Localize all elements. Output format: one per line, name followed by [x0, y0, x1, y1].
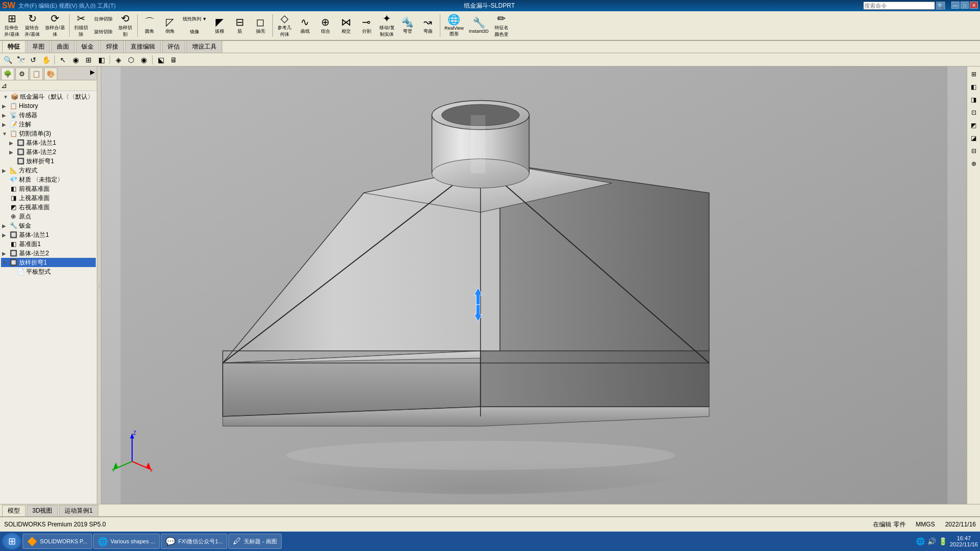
config-tab[interactable]: 📋: [30, 68, 43, 80]
view-orient-button[interactable]: ⊞: [83, 54, 94, 65]
panel-expand-arrow[interactable]: ▶: [89, 68, 96, 80]
tree-item-top-plane[interactable]: ◨ 上视基准面: [1, 193, 96, 203]
sketch-snap-button[interactable]: ◉: [70, 54, 81, 65]
flex-button[interactable]: ↝ 弯曲: [418, 12, 438, 39]
rib-button[interactable]: ⊟ 筋: [230, 12, 250, 39]
section-view-button[interactable]: ◈: [113, 54, 124, 65]
view-cube-button[interactable]: ⬡: [125, 54, 137, 65]
tree-item-front-plane[interactable]: ◧ 前视基准面: [1, 184, 96, 193]
combine-button[interactable]: ⊕ 组合: [316, 12, 335, 39]
zoom-to-fit-button[interactable]: 🔍: [2, 54, 13, 65]
tree-root[interactable]: ▼ 📦 纸金漏斗（默认〈〈默认〉: [1, 92, 96, 101]
tree-item-origin[interactable]: ⊕ 原点: [1, 212, 96, 221]
tree-item-base-flange2[interactable]: ▶ 🔲 基体-法兰2: [8, 147, 96, 157]
tab-direct-edit[interactable]: 直接编辑: [125, 40, 161, 53]
taskbar-item-wechat[interactable]: 💬 FX\微信公众号1...: [161, 534, 227, 549]
tree-item-history[interactable]: ▶ 📋 History: [1, 101, 96, 111]
tree-item-loft-bend1-sub[interactable]: 🔲 放样折弯1: [8, 157, 96, 166]
property-tab[interactable]: ⚙: [15, 68, 29, 80]
tab-3dview[interactable]: 3D视图: [27, 505, 58, 516]
taskbar-item-paint[interactable]: 🖊 无标题 - 画图: [228, 534, 282, 549]
tree-item-right-plane[interactable]: ◩ 右视基准面: [1, 203, 96, 212]
render-button[interactable]: ◉: [138, 54, 150, 65]
right-btn-4[interactable]: ⊡: [968, 107, 979, 118]
curves-button[interactable]: ∿ 曲线: [295, 12, 315, 39]
tray-icon-volume[interactable]: 🔊: [927, 537, 936, 545]
pull-cut-button[interactable]: 拉伸切除: [92, 13, 115, 26]
move-body-button[interactable]: ✦ 移动/复制实体: [377, 12, 397, 39]
tab-weld[interactable]: 焊接: [100, 40, 124, 53]
right-btn-5[interactable]: ◩: [968, 120, 979, 131]
extrude-base-button[interactable]: ⊞ 拉伸合并/基体: [2, 12, 22, 39]
shell-button[interactable]: ◻ 抽壳: [251, 12, 270, 39]
right-btn-6[interactable]: ◪: [968, 133, 979, 144]
tree-item-material[interactable]: 💎 材质 〈未指定〉: [1, 175, 96, 184]
panel-resize-handle[interactable]: ⋮: [97, 67, 101, 504]
tree-item-loft-bend1[interactable]: ▼ 🔲 放样折弯1: [1, 258, 96, 267]
loft-cut-button[interactable]: ⟲ 放样切割: [116, 12, 135, 39]
tree-item-equations[interactable]: ▶ 📐 方程式: [1, 166, 96, 175]
draft-button[interactable]: ◤ 拔模: [210, 12, 229, 39]
pan-button[interactable]: ✋: [40, 54, 52, 65]
ref-geometry-button[interactable]: ◇ 参考几何体: [275, 12, 294, 39]
instant3d-button[interactable]: 🔧 Instant3D: [467, 12, 491, 39]
tab-surface[interactable]: 曲面: [51, 40, 75, 53]
appearance-tab[interactable]: 🎨: [44, 68, 57, 80]
tree-item-notes[interactable]: ▶ 📝 注解: [1, 120, 96, 129]
tree-item-cutlist[interactable]: ▼ 📋 切割清单(3): [1, 129, 96, 138]
tree-item-sensor[interactable]: ▶ 📡 传感器: [1, 111, 96, 120]
tray-icon-battery[interactable]: 🔋: [939, 537, 947, 545]
rename-button[interactable]: ✏ 特征名颜色变: [492, 12, 511, 39]
intersect-button[interactable]: ⋈ 相交: [336, 12, 356, 39]
right-btn-1[interactable]: ⊞: [968, 69, 979, 80]
monitor-button[interactable]: 🖥: [168, 54, 179, 65]
minimize-button[interactable]: —: [951, 2, 960, 9]
taskbar-clock[interactable]: 16:47 2022/11/16: [950, 535, 978, 547]
right-btn-8[interactable]: ⊕: [968, 158, 979, 169]
right-btn-7[interactable]: ⊟: [968, 145, 979, 157]
maximize-button[interactable]: □: [961, 2, 969, 9]
start-button[interactable]: ⊞: [2, 533, 22, 549]
sweep-base-button[interactable]: ⟳ 放样合/基体: [43, 12, 67, 39]
tree-item-base-flange1b[interactable]: ▶ 🔲 基体-法兰1: [1, 230, 96, 239]
revolve-base-button[interactable]: ↻ 旋转合并/基体: [23, 12, 42, 39]
tab-addins[interactable]: 增设工具: [186, 40, 222, 53]
rotate-cut-button[interactable]: 旋转切除: [92, 26, 115, 38]
close-button[interactable]: ✕: [970, 2, 978, 9]
history-icon: 📋: [9, 102, 17, 110]
tree-item-sheet-metal[interactable]: ▶ 🔧 钣金: [1, 221, 96, 230]
array-button[interactable]: 线性阵列 ▼: [181, 13, 209, 26]
tray-icon-network[interactable]: 🌐: [916, 537, 925, 545]
scene-button[interactable]: ⬕: [155, 54, 166, 65]
tree-item-sketch1[interactable]: ◧ 基准面1: [1, 239, 96, 249]
feature-tree-tab[interactable]: 🌳: [1, 68, 14, 80]
tab-sketch[interactable]: 草图: [27, 40, 50, 53]
tab-sheetmetal[interactable]: 钣金: [76, 40, 99, 53]
taskbar-item-chrome[interactable]: 🌐 Various shapes ...: [93, 534, 160, 549]
realview-button[interactable]: 🌐 RealView图形: [442, 12, 466, 39]
taskbar-item-sw[interactable]: 🔶 SOLIDWORKS P...: [23, 534, 92, 549]
viewport[interactable]: Z X Y: [101, 67, 967, 504]
tree-item-flat-pattern[interactable]: 📄 平板型式: [8, 267, 96, 276]
select-button[interactable]: ↖: [57, 54, 69, 65]
scan-cut-label: 扫描切除: [74, 25, 88, 38]
tab-motion[interactable]: 运动算例1: [59, 505, 98, 516]
tree-item-base-flange2b[interactable]: ▶ 🔲 基体-法兰2: [1, 249, 96, 258]
tree-item-base-flange1[interactable]: ▶ 🔲 基体-法兰1: [8, 138, 96, 147]
right-btn-3[interactable]: ◨: [968, 94, 979, 105]
scan-cut-button[interactable]: ✂ 扫描切除: [72, 12, 91, 39]
tab-model[interactable]: 模型: [2, 505, 26, 516]
rotate-button[interactable]: ↺: [28, 54, 39, 65]
zoom-in-button[interactable]: 🔭: [15, 54, 26, 65]
chamfer-button[interactable]: ◸ 倒角: [160, 12, 180, 39]
mirror-button[interactable]: 镜像: [181, 26, 209, 38]
right-btn-2[interactable]: ◧: [968, 81, 979, 93]
tab-evaluate[interactable]: 评估: [162, 40, 185, 53]
display-style-button[interactable]: ◧: [96, 54, 107, 65]
coil-button[interactable]: 🔩 弯管: [398, 12, 417, 39]
search-button[interactable]: 🔍: [936, 2, 945, 10]
split-button[interactable]: ⊸ 分割: [357, 12, 376, 39]
fillet-button[interactable]: ⌒ 圆角: [140, 12, 159, 39]
search-input[interactable]: [863, 2, 935, 10]
tab-feature[interactable]: 特征: [2, 40, 26, 53]
